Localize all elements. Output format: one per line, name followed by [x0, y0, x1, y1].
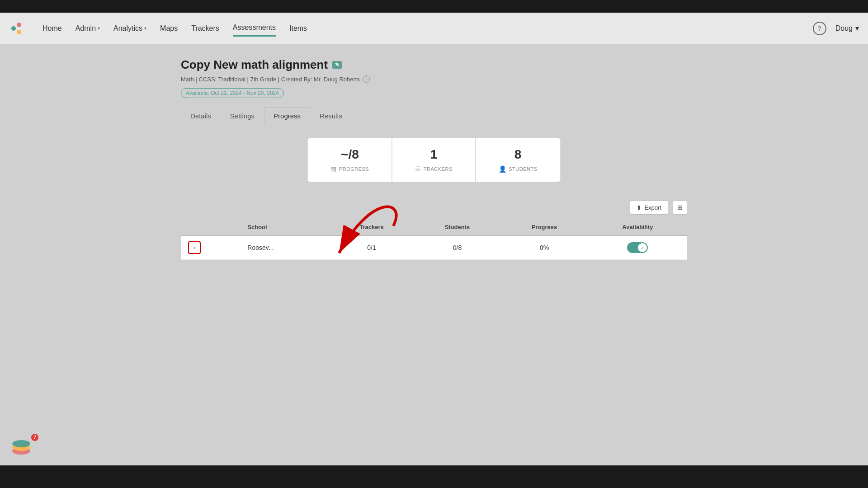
export-icon: ⬆	[637, 204, 642, 211]
svg-point-0	[11, 26, 16, 31]
tabs: Details Settings Progress Results	[181, 107, 687, 124]
toggle-thumb: ✓	[638, 243, 647, 252]
stat-students: 8 👤 STUDENTS	[476, 138, 561, 182]
stat-progress-label: ▦ PROGRESS	[330, 165, 369, 173]
col-expand	[181, 219, 240, 235]
svg-point-1	[17, 23, 21, 27]
user-menu[interactable]: Doug ▾	[835, 24, 859, 33]
grid-view-button[interactable]: ⊞	[673, 200, 687, 215]
nav-maps[interactable]: Maps	[160, 21, 178, 36]
trackers-cell: 0/1	[330, 235, 414, 260]
stat-trackers-value: 1	[415, 147, 452, 162]
trackers-icon: ☰	[415, 165, 421, 173]
floating-widget[interactable]: 7	[9, 434, 38, 463]
stats-row: ~/8 ▦ PROGRESS 1 ☰ TRACKERS 8 👤 STUDENTS	[181, 138, 687, 182]
table-header-row: School Trackers Students Progress Availa…	[181, 219, 687, 235]
grid-icon: ⊞	[677, 204, 683, 211]
nav-assessments[interactable]: Assessments	[233, 20, 276, 37]
main-content: Copy New math alignment ✎ Math | CCSS: T…	[0, 44, 868, 475]
user-chevron: ▾	[855, 24, 859, 33]
nav-items: Home Admin ▾ Analytics ▾ Maps Trackers A…	[42, 20, 813, 37]
page-title: Copy New math alignment	[181, 58, 328, 72]
edit-badge[interactable]: ✎	[332, 61, 342, 69]
students-cell: 0/8	[414, 235, 501, 260]
export-label: Export	[644, 204, 661, 211]
widget-icon	[9, 434, 34, 459]
availability-text: Available: Oct 21, 2024 - Nov 20, 2024	[181, 88, 284, 98]
stat-trackers-label: ☰ TRACKERS	[415, 165, 452, 173]
top-bar	[0, 0, 868, 13]
logo[interactable]	[9, 20, 29, 37]
nav-trackers[interactable]: Trackers	[191, 21, 219, 36]
stat-trackers: 1 ☰ TRACKERS	[392, 138, 475, 182]
col-trackers: Trackers	[330, 219, 414, 235]
export-button[interactable]: ⬆ Export	[630, 200, 668, 215]
table-actions: ⬆ Export ⊞	[181, 200, 687, 215]
help-button[interactable]: ?	[813, 22, 826, 35]
nav-home[interactable]: Home	[42, 21, 62, 36]
col-progress: Progress	[500, 219, 588, 235]
navbar: Home Admin ▾ Analytics ▾ Maps Trackers A…	[0, 13, 868, 44]
nav-admin[interactable]: Admin ▾	[75, 21, 100, 36]
bottom-bar	[0, 465, 868, 488]
col-students: Students	[414, 219, 501, 235]
table-section: ⬆ Export ⊞ School Trackers Students Prog…	[181, 200, 687, 260]
nav-analytics[interactable]: Analytics ▾	[113, 21, 146, 36]
stat-students-value: 8	[499, 147, 538, 162]
availability-badge: Available: Oct 21, 2024 - Nov 20, 2024	[181, 88, 687, 107]
nav-right: ? Doug ▾	[813, 22, 859, 35]
admin-chevron: ▾	[98, 26, 100, 31]
user-name: Doug	[835, 24, 853, 33]
logo-icon	[9, 20, 25, 37]
table-body: › Roosev... 0/1 0/8 0% ✓	[181, 235, 687, 260]
progress-icon: ▦	[330, 165, 337, 173]
stat-progress: ~/8 ▦ PROGRESS	[307, 138, 392, 182]
page-title-row: Copy New math alignment ✎	[181, 58, 687, 72]
tab-details[interactable]: Details	[181, 107, 221, 124]
tab-progress[interactable]: Progress	[264, 107, 310, 124]
page-meta: Math | CCSS: Traditional | 7th Grade | C…	[181, 75, 687, 83]
col-availability: Availability	[588, 219, 687, 235]
table-head: School Trackers Students Progress Availa…	[181, 219, 687, 235]
svg-point-6	[12, 440, 30, 447]
expand-button[interactable]: ›	[188, 241, 201, 254]
expand-cell: ›	[181, 235, 240, 260]
analytics-chevron: ▾	[144, 26, 146, 31]
progress-cell: 0%	[500, 235, 588, 260]
meta-text: Math | CCSS: Traditional | 7th Grade | C…	[181, 76, 360, 83]
availability-cell: ✓	[588, 235, 687, 260]
stat-progress-value: ~/8	[330, 147, 369, 162]
availability-toggle[interactable]: ✓	[627, 242, 648, 253]
students-icon: 👤	[499, 165, 507, 173]
school-cell: Roosev...	[240, 235, 329, 260]
info-icon[interactable]: i	[363, 75, 370, 83]
tab-results[interactable]: Results	[310, 107, 352, 124]
stat-students-label: 👤 STUDENTS	[499, 165, 538, 173]
svg-point-2	[17, 30, 21, 34]
table-row: › Roosev... 0/1 0/8 0% ✓	[181, 235, 687, 260]
tab-settings[interactable]: Settings	[221, 107, 264, 124]
data-table: School Trackers Students Progress Availa…	[181, 219, 687, 260]
nav-items[interactable]: Items	[289, 21, 307, 36]
widget-badge: 7	[31, 434, 38, 441]
col-school: School	[240, 219, 329, 235]
